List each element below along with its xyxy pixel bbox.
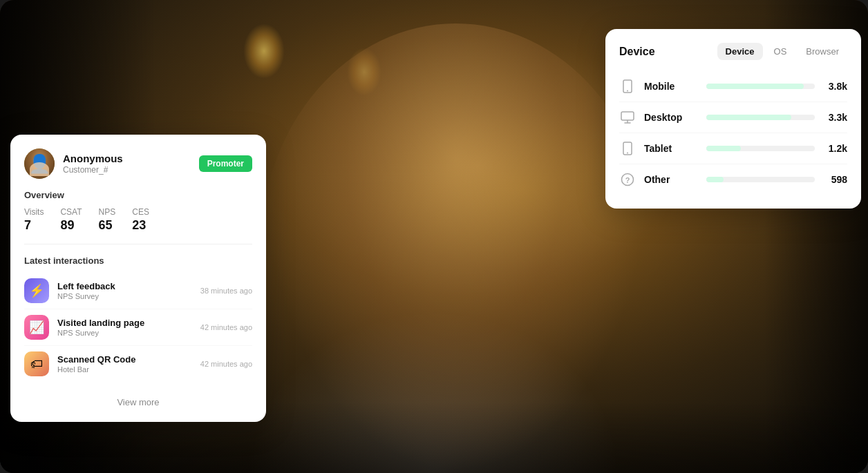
view-more-section[interactable]: View more: [24, 390, 252, 408]
metric-ces: CES 23: [132, 207, 149, 233]
device-label-other: Other: [644, 174, 698, 185]
device-label-tablet: Tablet: [644, 143, 698, 154]
metric-value-ces: 23: [132, 218, 149, 233]
device-value-tablet: 1.2k: [823, 143, 847, 154]
metric-visits: Visits 7: [24, 207, 44, 233]
interaction-time-1: 38 minutes ago: [200, 287, 252, 295]
interactions-title: Latest interactions: [24, 255, 252, 266]
device-label-desktop: Desktop: [644, 112, 698, 123]
interaction-sub-2: NPS Survey: [57, 329, 192, 337]
interaction-sub-1: NPS Survey: [57, 292, 192, 300]
tab-device[interactable]: Device: [717, 43, 763, 60]
svg-rect-2: [621, 112, 634, 120]
interaction-time-3: 42 minutes ago: [200, 360, 252, 368]
card-header: Anonymous Customer_# Promoter: [24, 148, 252, 179]
interactions-section: Latest interactions ⚡ Left feedback NPS …: [24, 255, 252, 382]
customer-profile-card: Anonymous Customer_# Promoter Overview V…: [10, 135, 266, 422]
device-tab-group: Device OS Browser: [717, 43, 847, 60]
interaction-title-1: Left feedback: [57, 281, 192, 291]
metric-label-nps: NPS: [99, 207, 116, 217]
desktop-icon: [619, 109, 636, 126]
list-item: 🏷 Scanned QR Code Hotel Bar 42 minutes a…: [24, 346, 252, 382]
device-bar-other: [706, 177, 815, 182]
metric-label-ces: CES: [132, 207, 149, 217]
interaction-title-3: Scanned QR Code: [57, 354, 192, 365]
device-row-other: ? Other 598: [619, 164, 847, 195]
list-item: 📈 Visited landing page NPS Survey 42 min…: [24, 309, 252, 346]
interaction-icon-nps: ⚡: [24, 278, 49, 303]
interaction-sub-3: Hotel Bar: [57, 365, 192, 374]
avatar-image: [24, 148, 55, 179]
device-bar-mobile: [706, 84, 815, 89]
overview-title: Overview: [24, 190, 252, 200]
promoter-badge: Promoter: [199, 155, 252, 172]
tab-os[interactable]: OS: [766, 43, 795, 60]
interaction-content-3: Scanned QR Code Hotel Bar: [57, 354, 192, 374]
device-value-mobile: 3.8k: [823, 81, 847, 92]
device-value-desktop: 3.3k: [823, 112, 847, 123]
avatar: [24, 148, 55, 179]
device-row-tablet: Tablet 1.2k: [619, 133, 847, 164]
interaction-icon-landing: 📈: [24, 315, 49, 340]
view-more-link[interactable]: View more: [117, 397, 159, 407]
metric-value-csat: 89: [60, 218, 82, 233]
interaction-content-2: Visited landing page NPS Survey: [57, 318, 192, 337]
metric-label-visits: Visits: [24, 207, 44, 217]
interaction-content-1: Left feedback NPS Survey: [57, 281, 192, 300]
metric-value-visits: 7: [24, 218, 44, 233]
overview-section: Overview Visits 7 CSAT 89 NPS 65 CES 23: [24, 190, 252, 244]
device-card: Device Device OS Browser Mobile 3.8k: [605, 29, 861, 209]
tab-browser[interactable]: Browser: [798, 43, 847, 60]
device-value-other: 598: [823, 174, 847, 185]
svg-point-6: [627, 153, 628, 154]
device-header: Device Device OS Browser: [619, 43, 847, 60]
metric-value-nps: 65: [99, 218, 116, 233]
device-bar-tablet: [706, 146, 815, 151]
interaction-title-2: Visited landing page: [57, 318, 192, 328]
interaction-time-2: 42 minutes ago: [200, 323, 252, 331]
other-icon: ?: [619, 171, 636, 188]
user-info: Anonymous Customer_#: [63, 153, 123, 175]
metric-nps: NPS 65: [99, 207, 116, 233]
interaction-icon-qr: 🏷: [24, 351, 49, 376]
device-row-desktop: Desktop 3.3k: [619, 102, 847, 133]
device-bar-desktop: [706, 115, 815, 120]
tablet-icon: [619, 140, 636, 157]
mobile-icon: [619, 78, 636, 95]
device-card-title: Device: [619, 46, 655, 58]
user-info-group: Anonymous Customer_#: [24, 148, 123, 179]
metric-csat: CSAT 89: [60, 207, 82, 233]
svg-text:?: ?: [625, 176, 630, 184]
device-label-mobile: Mobile: [644, 81, 698, 92]
user-id: Customer_#: [63, 165, 123, 175]
list-item: ⚡ Left feedback NPS Survey 38 minutes ag…: [24, 273, 252, 309]
user-name: Anonymous: [63, 153, 123, 164]
metrics-row: Visits 7 CSAT 89 NPS 65 CES 23: [24, 207, 252, 233]
metric-label-csat: CSAT: [60, 207, 82, 217]
svg-point-1: [627, 90, 628, 92]
device-row-mobile: Mobile 3.8k: [619, 71, 847, 102]
